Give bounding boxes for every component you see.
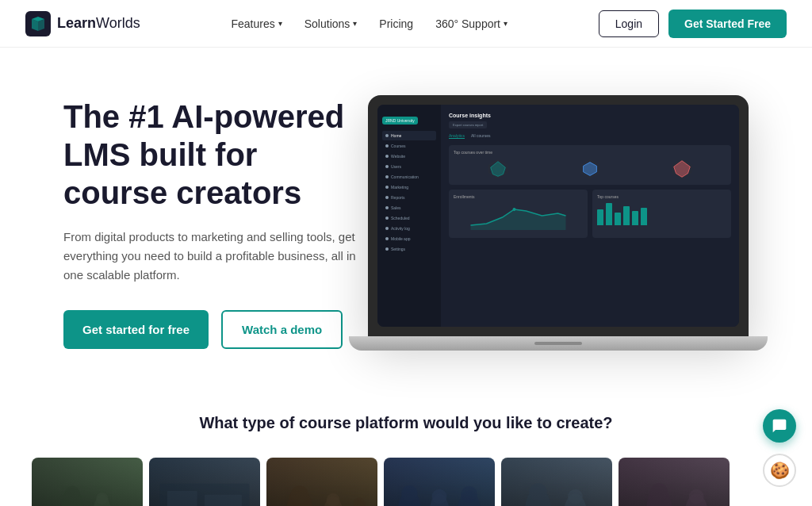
login-button[interactable]: Login bbox=[599, 10, 659, 37]
svg-point-24 bbox=[327, 493, 340, 506]
laptop-screen: JRND University Home Courses Website Use… bbox=[377, 105, 739, 327]
logo[interactable]: LearnWorlds bbox=[25, 11, 140, 36]
card-image-coaching bbox=[32, 480, 143, 506]
menu-mobileapp: Mobile app bbox=[382, 234, 436, 243]
screen-tabs: Analytics All courses bbox=[449, 133, 731, 139]
svg-point-30 bbox=[432, 489, 447, 504]
card-image-enterprise bbox=[384, 473, 495, 506]
svg-point-38 bbox=[650, 483, 668, 501]
svg-point-26 bbox=[353, 498, 365, 506]
menu-scheduled: Scheduled bbox=[382, 213, 436, 223]
hero-subtitle: From digital products to marketing and s… bbox=[63, 228, 368, 285]
navbar: LearnWorlds Features▾ Solutions▾ Pricing… bbox=[0, 0, 812, 48]
card-health[interactable]: Health bbox=[619, 458, 730, 506]
screen-toolbar: Export courses report bbox=[449, 121, 731, 128]
screen-sidebar: JRND University Home Courses Website Use… bbox=[377, 105, 441, 327]
menu-settings: Settings bbox=[382, 244, 436, 254]
screen-main: Course insights Export courses report An… bbox=[441, 105, 739, 327]
menu-sales: Sales bbox=[382, 203, 436, 213]
svg-point-34 bbox=[529, 483, 547, 501]
menu-users: Users bbox=[382, 162, 436, 171]
get-started-button[interactable]: Get Started Free bbox=[668, 10, 787, 38]
laptop-mockup: JRND University Home Courses Website Use… bbox=[368, 95, 749, 336]
hero-buttons: Get started for free Watch a demo bbox=[63, 310, 368, 349]
card-image-creators bbox=[149, 480, 260, 506]
nav-links: Features▾ Solutions▾ Pricing 360° Suppor… bbox=[231, 17, 508, 30]
nav-pricing[interactable]: Pricing bbox=[379, 17, 413, 30]
svg-point-32 bbox=[461, 486, 477, 503]
radar-charts bbox=[454, 158, 726, 180]
enrollments-chart: Enrollments bbox=[449, 190, 588, 238]
bottom-charts: Enrollments Top courses bbox=[449, 190, 731, 238]
bar-2 bbox=[606, 203, 612, 225]
card-image-health bbox=[619, 473, 730, 506]
hero-image: JRND University Home Courses Website Use… bbox=[368, 95, 749, 351]
card-coaching[interactable]: Coaching bbox=[32, 458, 143, 506]
card-creators[interactable]: Creators bbox=[149, 458, 260, 506]
course-section-title: What type of course platform would you l… bbox=[16, 414, 796, 432]
enrollments-title: Enrollments bbox=[454, 194, 583, 199]
menu-communication: Communication bbox=[382, 172, 436, 182]
svg-point-22 bbox=[291, 486, 309, 504]
radar-3 bbox=[671, 158, 693, 180]
top-courses-chart: Top courses over time bbox=[449, 145, 731, 185]
menu-courses: Courses bbox=[382, 141, 436, 151]
chart-title: Top courses over time bbox=[454, 150, 726, 155]
svg-point-15 bbox=[65, 486, 80, 501]
card-image-training bbox=[266, 480, 377, 506]
bar-3 bbox=[615, 213, 621, 225]
screen-tab-courses: All courses bbox=[471, 133, 490, 139]
logo-text: LearnWorlds bbox=[57, 15, 140, 32]
svg-point-40 bbox=[689, 489, 704, 504]
radar-2 bbox=[579, 158, 601, 180]
menu-home: Home bbox=[382, 131, 436, 140]
screen-export-btn: Export courses report bbox=[449, 121, 487, 128]
menu-website: Website bbox=[382, 151, 436, 161]
svg-rect-19 bbox=[167, 491, 197, 506]
screen-badge: JRND University bbox=[382, 117, 418, 125]
logo-icon bbox=[25, 11, 51, 36]
hero-section: The #1 AI-powered LMS built for course c… bbox=[0, 48, 812, 382]
bar-chart bbox=[597, 201, 726, 225]
bar-1 bbox=[597, 209, 603, 225]
svg-marker-4 bbox=[491, 162, 506, 177]
top-courses-bar-chart: Top courses bbox=[592, 190, 731, 238]
cookie-widget[interactable]: 🍪 bbox=[763, 454, 796, 487]
svg-point-13 bbox=[513, 208, 516, 211]
hero-title: The #1 AI-powered LMS built for course c… bbox=[63, 98, 368, 212]
hero-secondary-button[interactable]: Watch a demo bbox=[221, 310, 343, 349]
svg-rect-20 bbox=[205, 495, 242, 506]
nav-actions: Login Get Started Free bbox=[599, 10, 787, 38]
chat-widget[interactable] bbox=[763, 409, 796, 443]
svg-point-17 bbox=[96, 493, 108, 504]
card-finance[interactable]: Finance bbox=[501, 458, 612, 506]
cookie-icon: 🍪 bbox=[770, 461, 790, 480]
course-type-section: What type of course platform would you l… bbox=[0, 382, 812, 506]
chat-icon bbox=[772, 418, 787, 434]
nav-features[interactable]: Features▾ bbox=[231, 17, 282, 30]
menu-reports: Reports bbox=[382, 193, 436, 202]
menu-activitylog: Activity log bbox=[382, 224, 436, 233]
bar-4 bbox=[623, 206, 630, 225]
svg-point-28 bbox=[401, 485, 418, 502]
hero-content: The #1 AI-powered LMS built for course c… bbox=[63, 98, 368, 349]
card-image-finance bbox=[501, 473, 612, 506]
top-courses-bar-title: Top courses bbox=[597, 194, 726, 199]
svg-marker-8 bbox=[584, 163, 597, 176]
line-chart-svg bbox=[454, 201, 583, 230]
laptop-base bbox=[349, 336, 768, 351]
bar-5 bbox=[632, 211, 638, 225]
bar-6 bbox=[641, 208, 647, 225]
hero-primary-button[interactable]: Get started for free bbox=[63, 310, 209, 349]
nav-support[interactable]: 360° Support▾ bbox=[435, 17, 508, 30]
card-enterprise[interactable]: Enterprise LMS bbox=[384, 458, 495, 506]
menu-marketing: Marketing bbox=[382, 182, 436, 192]
nav-solutions[interactable]: Solutions▾ bbox=[304, 17, 358, 30]
course-cards-container: Coaching Creators Customer Training bbox=[16, 458, 796, 506]
card-customer-training[interactable]: Customer Training bbox=[266, 458, 377, 506]
screen-main-title: Course insights bbox=[449, 113, 731, 118]
radar-1 bbox=[487, 158, 509, 180]
svg-point-36 bbox=[568, 489, 583, 504]
screen-tab-analytics: Analytics bbox=[449, 133, 465, 139]
